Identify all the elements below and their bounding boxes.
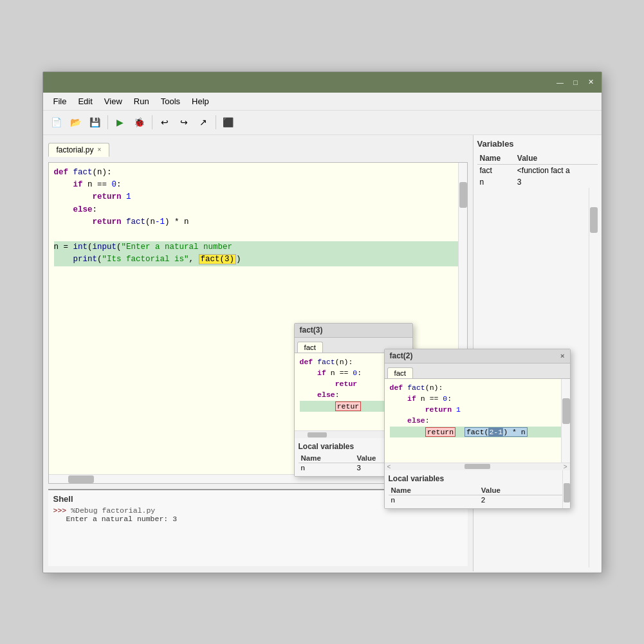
debug-popup-fact2: fact(2) × fact def fact(n): if n == 0: r… [384, 349, 571, 509]
code-line-6 [54, 228, 462, 241]
popup-fact2-locals-row-n: n 2 [389, 495, 566, 504]
popup-fact2-locals-n-value: 2 [479, 495, 566, 504]
var-value-fact: <function fact a [515, 164, 598, 176]
var-col-name: Name [477, 152, 515, 165]
popup-fact2-tab[interactable]: fact [387, 367, 414, 378]
tab-bar: factorial.py × [48, 140, 468, 157]
popup-fact2-line2: if n == 0: [390, 393, 565, 404]
menu-edit[interactable]: Edit [73, 95, 97, 107]
code-line-3: return 1 [54, 191, 462, 203]
popup-fact2-line1: def fact(n): [390, 382, 565, 393]
variables-scrollbar[interactable] [589, 188, 598, 567]
code-line-1: def fact(n): [54, 167, 462, 179]
popup-fact2-vscroll-thumb[interactable] [562, 398, 570, 424]
var-value-n: 3 [515, 176, 598, 188]
popup-fact2-locals: Local variables Name Value n 2 [385, 470, 570, 508]
popup-fact2-line4: else: [390, 415, 565, 426]
popup-fact2-locals-col-name: Name [389, 486, 479, 495]
debug-button[interactable]: 🐞 [131, 114, 148, 131]
tab-label: factorial.py [57, 145, 94, 154]
menu-bar: File Edit View Run Tools Help [43, 93, 602, 111]
code-line-8: print("Its factorial is", fact(3)) [54, 253, 462, 266]
menu-view[interactable]: View [99, 95, 127, 107]
popup-fact2-title: fact(2) [390, 351, 413, 360]
popup-fact3-locals-col-name: Name [299, 454, 354, 463]
menu-run[interactable]: Run [129, 95, 154, 107]
toolbar: 📄 📂 💾 ▶ 🐞 ↩ ↪ ↗ ⬛ [43, 111, 602, 135]
popup-fact2-tabbar: fact [385, 363, 570, 379]
toolbar-separator2 [152, 115, 152, 129]
popup-fact2-locals-scroll-thumb[interactable] [564, 483, 570, 502]
minimize-button[interactable]: — [555, 77, 566, 87]
popup-fact2-hscroll[interactable]: < > [385, 463, 570, 470]
menu-tools[interactable]: Tools [156, 95, 185, 107]
variables-scrollbar-thumb[interactable] [590, 207, 598, 233]
popup-fact2-locals-table: Name Value n 2 [389, 486, 566, 504]
popup-fact3-titlebar: fact(3) [295, 324, 412, 338]
title-bar: — □ ✕ [43, 72, 602, 93]
var-row-n: n 3 [477, 176, 598, 188]
maximize-button[interactable]: □ [571, 77, 581, 87]
popup-fact3-title: fact(3) [300, 326, 323, 335]
close-button[interactable]: ✕ [586, 77, 596, 87]
popup-fact2-line3: return 1 [390, 404, 565, 415]
new-button[interactable]: 📄 [48, 114, 65, 131]
var-name-n: n [477, 176, 515, 188]
popup-fact2-locals-title: Local variables [389, 474, 566, 483]
code-line-2: if n == 0: [54, 179, 462, 191]
step-out-button[interactable]: ↗ [195, 114, 212, 131]
popup-fact2-line5: return fact(2-1) * n [390, 427, 565, 437]
save-button[interactable]: 💾 [87, 114, 104, 131]
popup-fact2-hscroll-thumb[interactable] [465, 464, 490, 469]
var-row-fact: fact <function fact a [477, 164, 598, 176]
shell-prompt: >>> [53, 506, 67, 515]
popup-fact2-locals-col-value: Value [479, 486, 566, 495]
step-forward-button[interactable]: ↪ [176, 114, 192, 131]
popup-fact2-locals-scroll[interactable] [562, 470, 570, 508]
var-col-value: Value [515, 152, 598, 165]
variables-panel-title: Variables [477, 139, 598, 149]
shell-output: Enter a natural number: 3 [66, 515, 463, 523]
menu-help[interactable]: Help [187, 95, 214, 107]
popup-fact2-close[interactable]: × [560, 352, 564, 360]
menu-file[interactable]: File [48, 95, 72, 107]
popup-fact2-titlebar: fact(2) × [385, 349, 570, 363]
toolbar-separator3 [216, 115, 216, 129]
open-button[interactable]: 📂 [68, 114, 84, 131]
popup-fact3-tab[interactable]: fact [297, 342, 324, 353]
code-line-4: else: [54, 204, 462, 216]
popup-fact2-vscroll[interactable] [561, 379, 570, 463]
var-name-fact: fact [477, 164, 515, 176]
editor-scrollbar-thumb[interactable] [459, 182, 467, 208]
code-line-7: n = int(input("Enter a natural number [54, 241, 462, 253]
variables-table: Name Value fact <function fact a n 3 [477, 152, 598, 188]
stop-button[interactable]: ⬛ [220, 114, 237, 131]
toolbar-separator [107, 115, 108, 129]
shell-command-text: %Debug factorial.py [71, 506, 155, 515]
main-window: — □ ✕ File Edit View Run Tools Help 📄 📂 … [42, 71, 602, 573]
popup-fact2-code: def fact(n): if n == 0: return 1 else: r… [385, 379, 570, 463]
editor-tab-factorial[interactable]: factorial.py × [48, 143, 110, 157]
popup-fact3-hscroll-thumb[interactable] [308, 432, 327, 437]
run-button[interactable]: ▶ [112, 114, 129, 131]
popup-fact2-locals-n-name: n [389, 495, 479, 504]
tab-close-icon[interactable]: × [98, 146, 102, 153]
editor-scrollbar-thumb-h[interactable] [68, 475, 94, 483]
popup-fact3-locals-n-name: n [299, 463, 354, 472]
step-back-button[interactable]: ↩ [156, 114, 173, 131]
code-line-5: return fact(n-1) * n [54, 216, 462, 228]
